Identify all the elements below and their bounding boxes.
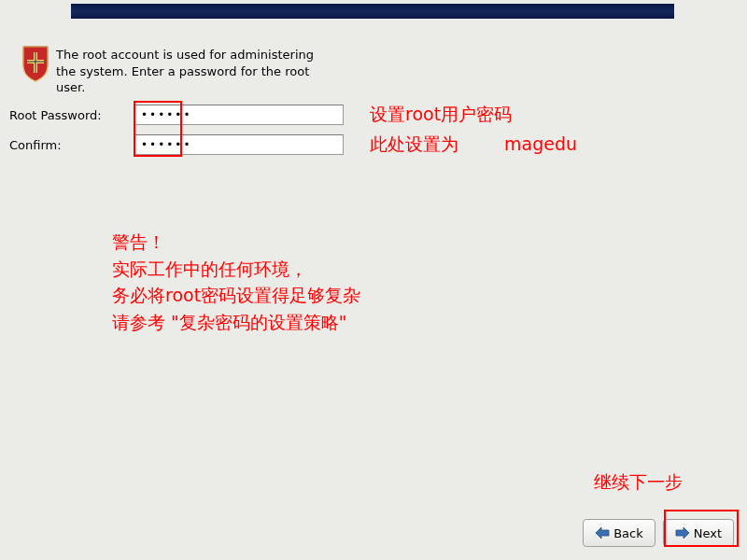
next-button-label: Next bbox=[694, 526, 722, 540]
shield-icon bbox=[21, 45, 50, 82]
arrow-left-icon bbox=[595, 526, 610, 539]
back-button[interactable]: Back bbox=[583, 519, 655, 547]
annotation-warning: 警告！ 实际工作中的任何环境， 务必将root密码设置得足够复杂 请参考 "复杂… bbox=[112, 229, 360, 335]
confirm-password-label: Confirm: bbox=[9, 138, 134, 152]
annotation-example-pw: magedu bbox=[504, 131, 577, 158]
back-button-label: Back bbox=[613, 526, 643, 540]
root-password-input[interactable] bbox=[134, 105, 344, 125]
button-bar: Back Next bbox=[583, 519, 734, 547]
password-form: Root Password: Confirm: bbox=[9, 105, 344, 164]
banner-bar bbox=[71, 4, 674, 19]
confirm-password-input[interactable] bbox=[134, 134, 344, 155]
arrow-right-icon bbox=[675, 526, 690, 539]
root-password-label: Root Password: bbox=[9, 108, 134, 122]
root-description: The root account is used for administeri… bbox=[56, 47, 336, 96]
annotation-next-step: 继续下一步 bbox=[594, 469, 683, 496]
next-button[interactable]: Next bbox=[663, 519, 734, 547]
annotation-set-root: 设置root用户密码 bbox=[370, 101, 512, 128]
annotation-here-set: 此处设置为 bbox=[370, 131, 458, 158]
